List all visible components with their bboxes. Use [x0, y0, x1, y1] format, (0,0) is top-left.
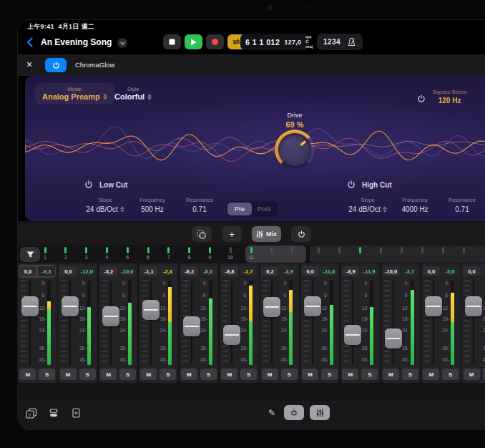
overview-tick[interactable]: 9: [200, 247, 220, 260]
mixer-power-button[interactable]: [291, 226, 311, 242]
volume-value[interactable]: 0,2: [261, 266, 278, 276]
play-button[interactable]: [185, 34, 202, 49]
volume-value[interactable]: -3,2: [100, 266, 117, 276]
overview-tick[interactable]: [391, 247, 411, 255]
mute-button[interactable]: M: [423, 369, 439, 380]
bypass-below-control[interactable]: Bypass Below 120 Hz: [433, 89, 466, 104]
overview-tick[interactable]: [308, 247, 328, 255]
overview-tick[interactable]: 4: [97, 247, 117, 260]
low-cut-frequency[interactable]: Frequency 500 Hz: [132, 197, 173, 213]
overview-tick[interactable]: [283, 247, 303, 255]
solo-button[interactable]: S: [402, 369, 418, 380]
high-cut-frequency[interactable]: Frequency 4000 Hz: [394, 197, 436, 213]
mix-button[interactable]: Mix: [252, 226, 281, 242]
edit-pencil-icon[interactable]: ✎: [268, 408, 275, 418]
fader-handle[interactable]: [304, 296, 321, 316]
solo-button[interactable]: S: [119, 369, 136, 380]
mute-button[interactable]: M: [221, 369, 237, 380]
overview-tick[interactable]: [350, 247, 370, 255]
volume-value[interactable]: -8,9: [342, 266, 359, 276]
solo-button[interactable]: S: [160, 369, 176, 380]
mute-button[interactable]: M: [140, 369, 157, 380]
overview-tick[interactable]: [262, 247, 282, 255]
fader-handle[interactable]: [62, 296, 79, 316]
faders-view-button[interactable]: [310, 405, 330, 420]
fader-handle[interactable]: [344, 325, 361, 345]
bypass-power-icon[interactable]: [417, 94, 426, 103]
overview-tick[interactable]: [371, 247, 391, 255]
plugin-power-toggle[interactable]: [45, 58, 67, 72]
post-button[interactable]: Post: [252, 203, 276, 215]
overview-tick[interactable]: 8: [180, 247, 200, 260]
pre-button[interactable]: Pre: [227, 203, 252, 215]
overview-tick[interactable]: 5: [117, 247, 137, 260]
volume-value[interactable]: 0,0: [463, 266, 480, 276]
fader-handle[interactable]: [465, 296, 482, 316]
mute-button[interactable]: M: [19, 369, 36, 380]
layers-button[interactable]: [192, 226, 212, 242]
solo-button[interactable]: S: [361, 369, 378, 380]
lcd-display[interactable]: 6 1 1 012 127,0 4/4 C maj MIDI: [240, 34, 309, 50]
solo-button[interactable]: S: [39, 369, 55, 380]
solo-button[interactable]: S: [321, 369, 338, 380]
overview-tick[interactable]: 7: [159, 247, 179, 260]
level-control[interactable]: Level 0.0: [476, 89, 485, 104]
loops-browser-icon[interactable]: ♪: [25, 406, 38, 419]
low-cut-resonance[interactable]: Resonance 0.71: [179, 197, 220, 213]
metronome-icon[interactable]: [347, 37, 356, 47]
low-cut-slope[interactable]: Slope 24 dB/Oct: [84, 197, 126, 213]
overview-tick[interactable]: [433, 247, 453, 255]
volume-value[interactable]: 0,0: [423, 266, 440, 276]
controls-view-button[interactable]: [284, 405, 304, 420]
low-cut-power-icon[interactable]: [84, 180, 93, 189]
solo-button[interactable]: S: [442, 369, 459, 380]
model-selector[interactable]: Model Analog Preamp: [35, 83, 114, 104]
solo-button[interactable]: S: [483, 369, 485, 380]
fader-handle[interactable]: [21, 296, 39, 316]
volume-value[interactable]: 0,0: [19, 266, 36, 276]
fader-handle[interactable]: [385, 328, 402, 349]
record-button[interactable]: [206, 34, 224, 49]
volume-value[interactable]: -6,2: [181, 266, 198, 276]
device-icon[interactable]: [69, 406, 82, 419]
plugins-browser-icon[interactable]: [47, 406, 60, 419]
fader-handle[interactable]: [223, 325, 240, 345]
fader-handle[interactable]: [425, 296, 442, 316]
close-plugin-icon[interactable]: ×: [26, 59, 32, 70]
overview-tick[interactable]: [412, 247, 432, 255]
volume-value[interactable]: -1,1: [140, 266, 157, 276]
solo-button[interactable]: S: [240, 369, 257, 380]
solo-button[interactable]: S: [281, 369, 298, 380]
volume-value[interactable]: 0,0: [59, 266, 77, 276]
overview-tick[interactable]: 6: [138, 247, 158, 260]
mute-button[interactable]: M: [383, 369, 399, 380]
fader-handle[interactable]: [102, 306, 119, 326]
mute-button[interactable]: M: [262, 369, 278, 380]
overview-tick[interactable]: 3: [77, 247, 97, 260]
overview-tick[interactable]: 11: [241, 247, 261, 260]
count-in-button[interactable]: 1234: [323, 38, 341, 46]
high-cut-slope[interactable]: Slope 24 dB/Oct: [347, 197, 388, 213]
song-menu-chevron-icon[interactable]: [117, 38, 127, 48]
solo-button[interactable]: S: [200, 369, 217, 380]
mute-button[interactable]: M: [464, 369, 480, 380]
mute-button[interactable]: M: [60, 369, 77, 380]
drive-knob[interactable]: [278, 133, 311, 166]
mute-button[interactable]: M: [342, 369, 358, 380]
mute-button[interactable]: M: [181, 369, 197, 380]
stop-button[interactable]: [163, 34, 181, 49]
fader-handle[interactable]: [142, 300, 160, 320]
style-selector[interactable]: Style Colorful: [114, 86, 152, 101]
overview-tick[interactable]: [454, 247, 474, 255]
overview-tick[interactable]: 2: [56, 247, 76, 260]
back-button[interactable]: [24, 36, 35, 48]
overview-tick[interactable]: 1: [35, 247, 55, 260]
song-title[interactable]: An Evening Song: [41, 37, 112, 47]
high-cut-power-icon[interactable]: [347, 180, 356, 189]
mute-button[interactable]: M: [100, 369, 117, 380]
volume-value[interactable]: -10,0: [383, 266, 400, 276]
volume-value[interactable]: 0,0: [302, 266, 319, 276]
fader-handle[interactable]: [263, 297, 280, 317]
overview-tick[interactable]: [329, 247, 349, 255]
solo-button[interactable]: S: [79, 369, 96, 380]
